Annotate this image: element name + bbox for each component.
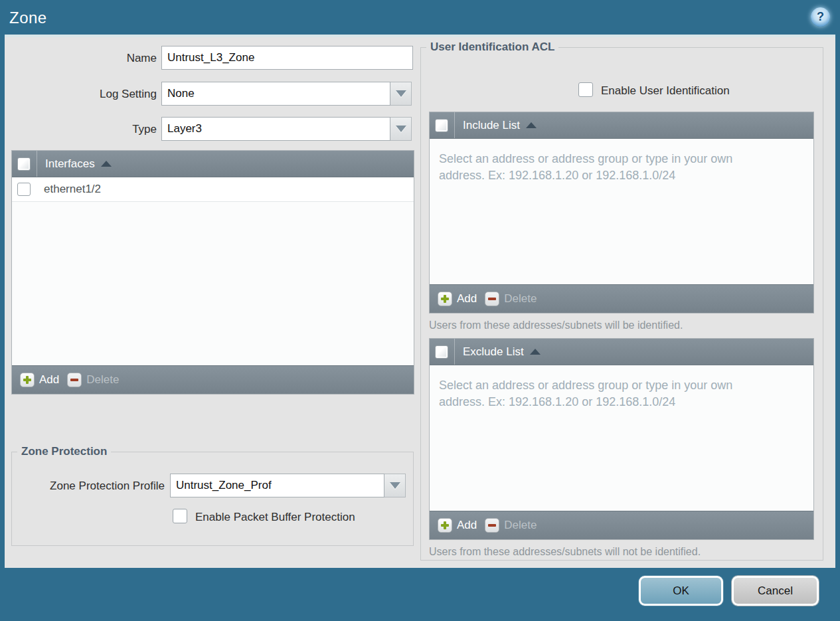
ok-button[interactable]: OK [639,576,723,606]
add-include-button[interactable]: Add [438,292,477,306]
interfaces-table-footer: Add Delete [12,365,414,394]
sort-ascending-icon[interactable] [526,122,537,128]
interfaces-select-all-checkbox[interactable] [17,157,31,171]
user-identification-acl-legend: User Identification ACL [426,41,558,54]
row-checkbox[interactable] [17,183,31,196]
header-separator [37,151,37,177]
add-exclude-button[interactable]: Add [438,518,477,533]
packet-buffer-protection-label: Enable Packet Buffer Protection [195,511,355,524]
zone-protection-profile-label: Zone Protection Profile [19,480,165,493]
chevron-down-icon [396,90,406,97]
include-list-placeholder: Select an address or address group or ty… [439,151,774,184]
plus-icon [438,518,452,533]
type-input[interactable] [161,117,390,141]
name-label: Name [31,52,157,65]
exclude-list-footer: Add Delete [430,511,813,539]
exclude-list-body[interactable]: Select an address or address group or ty… [430,365,813,511]
log-setting-label: Log Setting [31,88,157,101]
minus-icon [67,373,82,387]
exclude-list-helper-text: Users from these addresses/subnets will … [429,546,701,558]
delete-include-button[interactable]: Delete [485,292,537,306]
chevron-down-icon [390,482,400,489]
zone-protection-fieldset: Zone Protection Zone Protection Profile … [11,445,414,546]
name-input[interactable] [161,46,413,70]
user-identification-acl-fieldset: User Identification ACL Enable User Iden… [420,41,823,561]
exclude-list-placeholder: Select an address or address group or ty… [439,377,774,410]
include-list-table: Include List Select an address or addres… [429,112,814,313]
enable-user-identification-checkbox[interactable] [578,82,593,97]
type-label: Type [31,123,157,136]
exclude-list-table: Exclude List Select an address or addres… [429,338,814,540]
zone-dialog-body: Name Log Setting Type Interfaces etherne… [5,35,835,568]
include-list-footer: Add Delete [430,284,813,313]
log-setting-dropdown-button[interactable] [390,82,412,106]
sort-ascending-icon[interactable] [101,161,112,167]
include-select-all-checkbox[interactable] [435,119,448,132]
chevron-down-icon [396,126,406,132]
add-interface-button[interactable]: Add [20,373,59,387]
delete-exclude-button[interactable]: Delete [485,518,537,533]
minus-icon [485,518,499,533]
header-separator [454,339,455,365]
help-icon-glyph: ? [817,10,824,24]
zone-protection-profile-dropdown-button[interactable] [384,474,406,497]
packet-buffer-protection-checkbox[interactable] [173,509,187,523]
interface-name: ethernet1/2 [44,183,101,196]
include-list-helper-text: Users from these addresses/subnets will … [429,319,683,331]
header-separator [454,112,455,138]
include-list-body[interactable]: Select an address or address group or ty… [430,139,813,284]
exclude-list-header: Exclude List [430,339,813,365]
type-dropdown-button[interactable] [390,117,412,141]
enable-user-identification-label: Enable User Identification [601,84,730,98]
delete-interface-button[interactable]: Delete [67,373,119,387]
include-list-header: Include List [430,112,813,139]
interfaces-table: Interfaces ethernet1/2 Add Delete [11,150,414,395]
plus-icon [20,373,35,387]
zone-protection-legend: Zone Protection [17,445,111,458]
include-list-column-header[interactable]: Include List [463,119,520,132]
help-icon[interactable]: ? [811,7,830,27]
exclude-select-all-checkbox[interactable] [435,345,448,359]
zone-protection-profile-input[interactable] [170,474,384,497]
interfaces-table-header: Interfaces [12,151,414,177]
sort-ascending-icon[interactable] [530,349,541,355]
interfaces-column-header[interactable]: Interfaces [45,157,95,171]
exclude-list-column-header[interactable]: Exclude List [463,345,524,359]
dialog-title: Zone [9,9,47,27]
plus-icon [438,292,452,306]
log-setting-input[interactable] [161,82,390,106]
cancel-button[interactable]: Cancel [732,576,819,606]
table-row[interactable]: ethernet1/2 [12,177,414,202]
minus-icon [485,292,499,306]
